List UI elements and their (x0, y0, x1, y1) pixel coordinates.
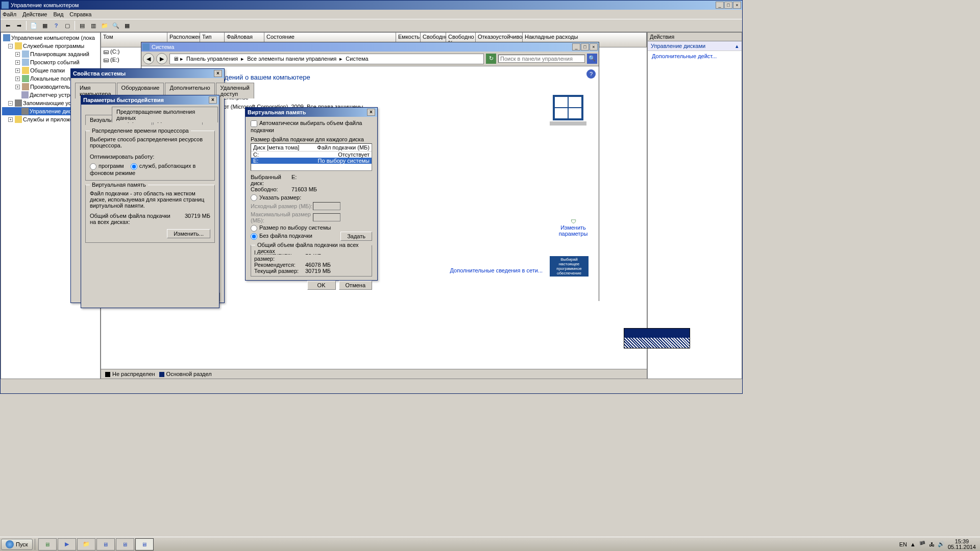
processor-scheduling-group: Распределение времени процессора Выберит… (85, 131, 215, 181)
nav-back-button[interactable]: ◀ (143, 53, 154, 64)
tool-button-5[interactable]: ▦ (122, 20, 132, 31)
taskbar: Пуск 🖥 ▶ 📁 🖥 🖥 🖥 EN ▲ 🏴 🖧 🔊 15:39 05.11.… (0, 537, 980, 551)
radio-system-managed[interactable]: Размер по выбору системы (251, 224, 331, 231)
menu-action[interactable]: Действие (22, 11, 47, 17)
tree-events[interactable]: +Просмотр событий (2, 58, 99, 66)
tray-network-icon[interactable]: 🖧 (929, 541, 935, 547)
maximize-button[interactable]: □ (581, 43, 589, 51)
task-button[interactable]: ▶ (58, 538, 76, 550)
search-input[interactable] (498, 55, 585, 63)
drive-row-c[interactable]: C: Отсутствует (251, 152, 372, 158)
tree-services[interactable]: −Служебные программы (2, 42, 99, 50)
minimize-button[interactable]: _ (716, 2, 724, 9)
tool-button-2[interactable]: ▥ (88, 20, 99, 31)
task-button[interactable]: 🖥 (116, 538, 134, 550)
radio-no-pagefile[interactable]: Без файла подкачки (251, 233, 312, 240)
task-button[interactable]: 🖥 (96, 538, 115, 550)
tree-scheduler[interactable]: +Планировщик заданий (2, 50, 99, 58)
help-icon[interactable]: ? (586, 69, 596, 79)
start-button[interactable]: Пуск (1, 539, 33, 550)
tool-button[interactable]: ▤ (77, 20, 87, 31)
virtual-memory-dialog: Виртуальная память × Автоматически выбир… (245, 107, 378, 281)
task-button[interactable]: 🖥 (38, 538, 57, 550)
close-button[interactable]: × (209, 96, 217, 104)
drive-row-e[interactable]: E: По выбору системы (251, 158, 372, 164)
radio-programs[interactable]: программ (90, 163, 124, 169)
system-title: Система (152, 44, 572, 50)
set-button[interactable]: Задать (340, 232, 372, 241)
cancel-button[interactable]: Отмена (339, 281, 372, 290)
menu-view[interactable]: Вид (53, 11, 63, 17)
breadcrumb[interactable]: 🖥 ▸ Панель управления▸ Все элементы пане… (169, 54, 484, 64)
nav-forward-button[interactable]: ▶ (156, 53, 167, 64)
windows-orb-icon (6, 540, 14, 548)
dialog-title: Параметры быстродействия (83, 97, 209, 103)
language-indicator[interactable]: EN (899, 541, 907, 547)
refresh-icon[interactable]: ↻ (486, 54, 496, 64)
performance-options-dialog: Параметры быстродействия × Визуальные эф… (81, 95, 219, 308)
genuine-badge: Выбирай настоящее программное обеспечени… (550, 256, 589, 277)
tool-button-3[interactable]: 📁 (100, 20, 110, 31)
max-size-input (313, 213, 340, 221)
actions-title: Действия (648, 33, 742, 41)
disk-legend: Не распределен Основной раздел (101, 369, 647, 379)
ok-button[interactable]: OK (307, 281, 336, 290)
tray-flag-icon[interactable]: 🏴 (919, 541, 926, 547)
tab-remote[interactable]: Удаленный доступ (216, 83, 254, 98)
close-button[interactable]: × (367, 109, 375, 116)
tray-sound-icon[interactable]: 🔊 (938, 541, 945, 547)
props-button[interactable]: ▦ (40, 20, 50, 31)
radio-custom-size[interactable]: Указать размер: (251, 194, 301, 201)
task-button[interactable]: 📁 (77, 538, 95, 550)
crumb-all[interactable]: Все элементы панели управления (247, 56, 336, 62)
online-info-link[interactable]: Дополнительные сведения в сети... (450, 267, 543, 273)
auto-checkbox[interactable]: Автоматически выбирать объем файла подка… (251, 120, 362, 133)
tab-dep[interactable]: Предотвращение выполнения данных (112, 107, 218, 122)
task-button-active[interactable]: 🖥 (135, 538, 154, 550)
minimize-button[interactable]: _ (572, 43, 580, 51)
menu-file[interactable]: Файл (3, 11, 16, 17)
refresh-button[interactable]: ▢ (62, 20, 72, 31)
tool-button-4[interactable]: 🔍 (111, 20, 121, 31)
back-button[interactable]: ⬅ (3, 20, 13, 31)
clock[interactable]: 15:39 05.11.2014 (948, 539, 976, 550)
window-title: Управление компьютером (11, 2, 716, 8)
forward-button[interactable]: ➡ (14, 20, 24, 31)
actions-section: Управление дисками ▴ (648, 41, 742, 51)
titlebar: Управление компьютером _ □ × (1, 1, 742, 10)
virtual-memory-group: Виртуальная память Файл подкачки - это о… (85, 185, 215, 243)
menu-help[interactable]: Справка (69, 11, 91, 17)
close-button[interactable]: × (214, 70, 222, 77)
change-settings-link[interactable]: 🛡 Изменить параметры (558, 218, 589, 237)
initial-size-input (313, 202, 340, 210)
help-button[interactable]: ? (51, 20, 61, 31)
windows-logo (548, 91, 589, 126)
tree-root[interactable]: Управление компьютером (лока (2, 34, 99, 42)
close-button[interactable]: × (733, 2, 741, 9)
crumb-sys[interactable]: Система (346, 56, 368, 62)
actions-more-link[interactable]: Дополнительные дейст... (648, 51, 742, 61)
system-icon (142, 43, 150, 51)
toolbar: ⬅ ➡ 📄 ▦ ? ▢ ▤ ▥ 📁 🔍 ▦ (1, 19, 742, 32)
close-button[interactable]: × (590, 43, 598, 51)
change-button[interactable]: Изменить... (167, 229, 210, 238)
actions-panel: Действия Управление дисками ▴ Дополнител… (647, 32, 742, 379)
maximize-button[interactable]: □ (724, 2, 732, 9)
menubar: Файл Действие Вид Справка (1, 10, 742, 19)
system-tray: EN ▲ 🏴 🖧 🔊 15:39 05.11.2014 (896, 539, 979, 550)
dialog-title: Свойства системы (73, 70, 214, 77)
crumb-cp[interactable]: Панель управления (186, 56, 238, 62)
dialog-title: Виртуальная память (248, 109, 367, 115)
drive-list[interactable]: Диск [метка тома] Файл подкачки (МБ) C: … (251, 143, 372, 171)
tray-icon[interactable]: ▲ (910, 541, 916, 547)
app-icon (2, 2, 9, 9)
up-button[interactable]: 📄 (29, 20, 39, 31)
search-button[interactable]: 🔍 (587, 54, 597, 64)
